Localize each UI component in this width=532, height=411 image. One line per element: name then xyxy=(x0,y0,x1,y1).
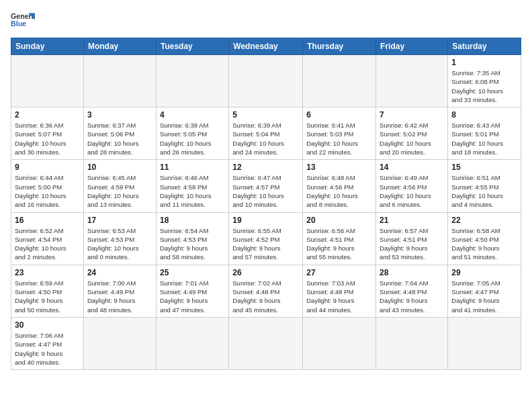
calendar-cell: 10Sunrise: 6:45 AM Sunset: 4:59 PM Dayli… xyxy=(83,160,156,212)
calendar-cell: 20Sunrise: 6:56 AM Sunset: 4:51 PM Dayli… xyxy=(303,212,376,265)
weekday-header-wednesday: Wednesday xyxy=(229,38,303,55)
day-info: Sunrise: 6:43 AM Sunset: 5:01 PM Dayligh… xyxy=(451,121,517,156)
day-number: 29 xyxy=(451,268,517,277)
weekday-header-monday: Monday xyxy=(83,38,156,55)
week-row-1: 1Sunrise: 7:35 AM Sunset: 6:08 PM Daylig… xyxy=(11,55,521,107)
day-info: Sunrise: 7:06 AM Sunset: 4:47 PM Dayligh… xyxy=(15,331,80,367)
calendar-cell: 21Sunrise: 6:57 AM Sunset: 4:51 PM Dayli… xyxy=(376,212,448,265)
day-info: Sunrise: 6:54 AM Sunset: 4:53 PM Dayligh… xyxy=(160,226,225,262)
weekday-header-row: SundayMondayTuesdayWednesdayThursdayFrid… xyxy=(11,38,521,55)
calendar-cell: 9Sunrise: 6:44 AM Sunset: 5:00 PM Daylig… xyxy=(11,160,84,212)
calendar-cell xyxy=(229,55,303,107)
day-info: Sunrise: 7:02 AM Sunset: 4:48 PM Dayligh… xyxy=(232,279,299,314)
calendar-cell xyxy=(156,317,228,369)
week-row-4: 16Sunrise: 6:52 AM Sunset: 4:54 PM Dayli… xyxy=(11,212,521,265)
calendar-table: SundayMondayTuesdayWednesdayThursdayFrid… xyxy=(11,38,521,370)
calendar-cell xyxy=(376,55,448,107)
day-info: Sunrise: 7:05 AM Sunset: 4:47 PM Dayligh… xyxy=(451,279,517,314)
calendar-cell: 4Sunrise: 6:38 AM Sunset: 5:05 PM Daylig… xyxy=(156,107,228,160)
day-number: 26 xyxy=(232,268,299,277)
day-info: Sunrise: 6:53 AM Sunset: 4:53 PM Dayligh… xyxy=(87,226,152,262)
day-info: Sunrise: 6:59 AM Sunset: 4:50 PM Dayligh… xyxy=(15,279,80,314)
day-number: 24 xyxy=(87,268,152,277)
day-number: 28 xyxy=(380,268,444,277)
day-number: 16 xyxy=(15,216,80,225)
svg-text:Blue: Blue xyxy=(11,19,26,28)
calendar-cell: 1Sunrise: 7:35 AM Sunset: 6:08 PM Daylig… xyxy=(448,55,521,107)
day-number: 27 xyxy=(306,268,372,277)
calendar-cell: 30Sunrise: 7:06 AM Sunset: 4:47 PM Dayli… xyxy=(11,317,84,369)
day-number: 7 xyxy=(380,110,444,120)
day-number: 22 xyxy=(451,216,517,225)
calendar-cell: 3Sunrise: 6:37 AM Sunset: 5:06 PM Daylig… xyxy=(83,107,156,160)
calendar-cell: 12Sunrise: 6:47 AM Sunset: 4:57 PM Dayli… xyxy=(229,160,303,212)
weekday-header-thursday: Thursday xyxy=(303,38,376,55)
calendar-cell: 26Sunrise: 7:02 AM Sunset: 4:48 PM Dayli… xyxy=(229,265,303,317)
week-row-3: 9Sunrise: 6:44 AM Sunset: 5:00 PM Daylig… xyxy=(11,160,521,212)
day-info: Sunrise: 6:51 AM Sunset: 4:55 PM Dayligh… xyxy=(451,173,517,209)
day-info: Sunrise: 6:46 AM Sunset: 4:58 PM Dayligh… xyxy=(160,173,225,209)
calendar-cell: 14Sunrise: 6:49 AM Sunset: 4:56 PM Dayli… xyxy=(376,160,448,212)
day-info: Sunrise: 6:41 AM Sunset: 5:03 PM Dayligh… xyxy=(306,121,372,156)
day-number: 5 xyxy=(232,110,299,120)
day-number: 10 xyxy=(87,163,152,172)
day-number: 8 xyxy=(451,110,517,120)
day-number: 25 xyxy=(160,268,225,277)
weekday-header-sunday: Sunday xyxy=(11,38,84,55)
day-number: 15 xyxy=(451,163,517,172)
day-info: Sunrise: 7:01 AM Sunset: 4:49 PM Dayligh… xyxy=(160,279,225,314)
day-number: 9 xyxy=(15,163,80,172)
week-row-6: 30Sunrise: 7:06 AM Sunset: 4:47 PM Dayli… xyxy=(11,317,521,369)
day-info: Sunrise: 6:37 AM Sunset: 5:06 PM Dayligh… xyxy=(87,121,152,156)
calendar-cell: 18Sunrise: 6:54 AM Sunset: 4:53 PM Dayli… xyxy=(156,212,228,265)
calendar-cell: 17Sunrise: 6:53 AM Sunset: 4:53 PM Dayli… xyxy=(83,212,156,265)
day-number: 20 xyxy=(306,216,372,225)
day-info: Sunrise: 6:36 AM Sunset: 5:07 PM Dayligh… xyxy=(15,121,80,156)
day-info: Sunrise: 6:45 AM Sunset: 4:59 PM Dayligh… xyxy=(87,173,152,209)
day-info: Sunrise: 6:38 AM Sunset: 5:05 PM Dayligh… xyxy=(160,121,225,156)
calendar-cell: 6Sunrise: 6:41 AM Sunset: 5:03 PM Daylig… xyxy=(303,107,376,160)
day-info: Sunrise: 6:44 AM Sunset: 5:00 PM Dayligh… xyxy=(15,173,80,209)
calendar-cell xyxy=(303,55,376,107)
day-number: 2 xyxy=(15,110,80,120)
day-number: 13 xyxy=(306,163,372,172)
day-number: 21 xyxy=(380,216,444,225)
day-number: 19 xyxy=(232,216,299,225)
day-info: Sunrise: 6:49 AM Sunset: 4:56 PM Dayligh… xyxy=(380,173,444,209)
day-info: Sunrise: 7:00 AM Sunset: 4:49 PM Dayligh… xyxy=(87,279,152,314)
day-info: Sunrise: 6:57 AM Sunset: 4:51 PM Dayligh… xyxy=(380,226,444,262)
calendar-cell: 13Sunrise: 6:48 AM Sunset: 4:56 PM Dayli… xyxy=(303,160,376,212)
page-header: General Blue xyxy=(11,11,521,31)
calendar-cell: 16Sunrise: 6:52 AM Sunset: 4:54 PM Dayli… xyxy=(11,212,84,265)
day-info: Sunrise: 6:42 AM Sunset: 5:02 PM Dayligh… xyxy=(380,121,444,156)
day-info: Sunrise: 7:03 AM Sunset: 4:48 PM Dayligh… xyxy=(306,279,372,314)
day-number: 14 xyxy=(380,163,444,172)
calendar-cell: 24Sunrise: 7:00 AM Sunset: 4:49 PM Dayli… xyxy=(83,265,156,317)
day-info: Sunrise: 6:56 AM Sunset: 4:51 PM Dayligh… xyxy=(306,226,372,262)
day-number: 6 xyxy=(306,110,372,120)
calendar-cell xyxy=(448,317,521,369)
calendar-cell xyxy=(303,317,376,369)
day-number: 30 xyxy=(15,320,80,330)
weekday-header-friday: Friday xyxy=(376,38,448,55)
weekday-header-saturday: Saturday xyxy=(448,38,521,55)
calendar-cell: 25Sunrise: 7:01 AM Sunset: 4:49 PM Dayli… xyxy=(156,265,228,317)
week-row-2: 2Sunrise: 6:36 AM Sunset: 5:07 PM Daylig… xyxy=(11,107,521,160)
calendar-cell: 23Sunrise: 6:59 AM Sunset: 4:50 PM Dayli… xyxy=(11,265,84,317)
calendar-cell: 19Sunrise: 6:55 AM Sunset: 4:52 PM Dayli… xyxy=(229,212,303,265)
week-row-5: 23Sunrise: 6:59 AM Sunset: 4:50 PM Dayli… xyxy=(11,265,521,317)
calendar-cell xyxy=(83,317,156,369)
calendar-cell xyxy=(376,317,448,369)
calendar-cell: 22Sunrise: 6:58 AM Sunset: 4:50 PM Dayli… xyxy=(448,212,521,265)
day-info: Sunrise: 6:39 AM Sunset: 5:04 PM Dayligh… xyxy=(232,121,299,156)
day-number: 23 xyxy=(15,268,80,277)
calendar-cell: 7Sunrise: 6:42 AM Sunset: 5:02 PM Daylig… xyxy=(376,107,448,160)
calendar-cell: 27Sunrise: 7:03 AM Sunset: 4:48 PM Dayli… xyxy=(303,265,376,317)
day-number: 18 xyxy=(160,216,225,225)
day-info: Sunrise: 6:48 AM Sunset: 4:56 PM Dayligh… xyxy=(306,173,372,209)
calendar-cell xyxy=(229,317,303,369)
day-info: Sunrise: 7:04 AM Sunset: 4:48 PM Dayligh… xyxy=(380,279,444,314)
day-number: 1 xyxy=(451,58,517,67)
day-number: 3 xyxy=(87,110,152,120)
logo: General Blue xyxy=(11,11,39,31)
